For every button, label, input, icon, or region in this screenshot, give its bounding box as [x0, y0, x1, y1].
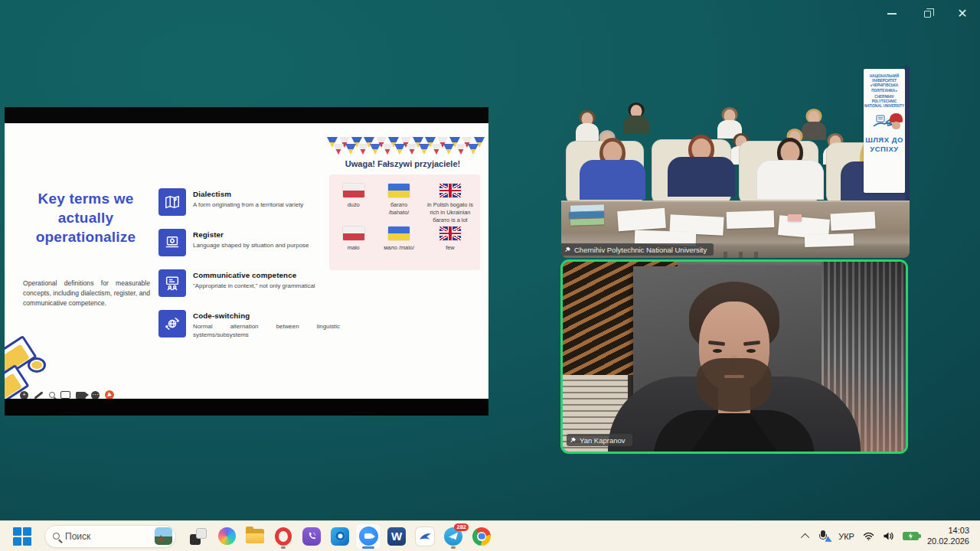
video-tile-yan-kapranov[interactable]: Yan Kapranov	[560, 259, 908, 454]
microphone-in-use-icon[interactable]	[818, 530, 830, 543]
term-desc: "Appropriate in context," not only gramm…	[193, 282, 340, 290]
task-view-button[interactable]	[185, 523, 211, 549]
ukraine-flag-icon	[388, 184, 410, 197]
uk-flag-icon	[439, 184, 461, 197]
viber-icon	[302, 527, 321, 546]
poland-flag-icon	[343, 227, 364, 240]
participant-red-hat	[890, 113, 903, 122]
frame-icon[interactable]	[60, 391, 70, 399]
term-code-switching: Code-switching Normal alternation betwee…	[158, 310, 342, 339]
zoom-button[interactable]	[355, 523, 381, 549]
slide-content: Key terms we actually operationalize Ope…	[5, 123, 488, 399]
poland-flag-icon	[343, 184, 364, 197]
pin-icon	[570, 437, 577, 444]
participant-name-label: Chernihiv Polytechnic National Universit…	[561, 243, 714, 256]
window-controls: ✕	[882, 6, 972, 21]
start-button[interactable]	[12, 527, 32, 546]
swallow-icon	[416, 527, 434, 546]
annotation-toolbar: + ⋯	[20, 390, 114, 399]
opera-icon	[275, 527, 292, 546]
copilot-button[interactable]	[214, 523, 240, 549]
opera-button[interactable]	[270, 523, 296, 549]
term-name: Register	[193, 230, 340, 239]
outlook-button[interactable]	[327, 523, 353, 549]
tray-date: 20.02.2026	[927, 536, 969, 547]
search-input[interactable]: Поиск	[44, 525, 176, 548]
device-gear-icon	[158, 229, 186, 256]
term-desc: Language shaped by situation and purpose	[193, 241, 340, 249]
banner-slogan: ШЛЯХ ДО УСПІХУ	[864, 135, 905, 154]
more-icon[interactable]: ⋯	[91, 391, 100, 399]
term-desc: Normal alternation between linguistic sy…	[193, 322, 340, 339]
file-explorer-button[interactable]	[242, 523, 268, 549]
telegram-icon: 282	[444, 527, 462, 546]
ff-cell-pl-malo: mało	[331, 225, 376, 268]
swallow-app-button[interactable]	[412, 523, 438, 549]
outlook-icon	[331, 527, 349, 546]
term-name: Code-switching	[193, 311, 340, 320]
video-tile-chernihiv[interactable]: НАЦІОНАЛЬНИЙ УНІВЕРСИТЕТ «ЧЕРНІГІВСЬКА П…	[561, 64, 910, 258]
ff-cell-ua-malo: мало /malo/	[376, 225, 421, 268]
close-button[interactable]: ✕	[952, 6, 972, 21]
volume-icon[interactable]	[883, 531, 894, 541]
term-communicative-competence: Communicative competence "Appropriate in…	[158, 269, 342, 290]
system-tray: УКР 14:03 20.02.2026	[803, 526, 972, 546]
university-banner: НАЦІОНАЛЬНИЙ УНІВЕРСИТЕТ «ЧЕРНІГІВСЬКА П…	[864, 69, 905, 193]
windows-taskbar: Поиск W	[0, 520, 980, 551]
cursor-icon[interactable]	[105, 390, 114, 399]
search-highlight-thumbnail[interactable]	[155, 527, 172, 545]
word-button[interactable]: W	[384, 523, 410, 549]
magnifier-icon[interactable]	[49, 392, 55, 398]
uk-flag-icon	[439, 227, 461, 240]
tray-time: 14:03	[927, 526, 969, 536]
slide-letterbox-top	[5, 107, 488, 123]
word-icon: W	[387, 527, 406, 546]
term-name: Communicative competence	[193, 271, 340, 279]
globe-arrows-icon	[158, 310, 186, 337]
false-friends-title: Uwaga! Fałszywi przyjaciele!	[325, 159, 481, 168]
pin-icon	[564, 246, 571, 253]
hidden-icons-chevron[interactable]	[801, 533, 809, 541]
file-explorer-icon	[246, 529, 264, 543]
garland-pennants-2	[333, 144, 479, 155]
term-name: Dialectism	[193, 190, 340, 198]
slide-title: Key terms we actually operationalize	[18, 189, 153, 246]
camera-icon[interactable]	[76, 392, 86, 399]
zoom-icon	[359, 527, 378, 546]
copilot-icon	[218, 527, 236, 545]
battery-icon[interactable]	[903, 532, 919, 540]
minimize-button[interactable]	[882, 6, 902, 21]
task-view-icon	[190, 528, 207, 545]
presentation-people-icon	[158, 269, 186, 297]
ff-cell-pl-duzo: dużo	[331, 182, 376, 225]
wifi-icon[interactable]	[863, 532, 874, 541]
term-dialectism: Dialectism A form originating from a ter…	[158, 188, 342, 209]
term-desc: A form originating from a territorial va…	[193, 201, 340, 209]
viber-button[interactable]	[299, 523, 325, 549]
term-register: Register Language shaped by situation an…	[158, 229, 342, 249]
slide-letterbox-bottom	[5, 399, 488, 416]
add-circle-icon[interactable]: +	[20, 391, 28, 399]
restore-button[interactable]	[917, 6, 937, 21]
map-icon	[158, 188, 186, 216]
ukraine-flag-icon	[388, 227, 410, 240]
chrome-icon	[472, 527, 491, 546]
telegram-button[interactable]: 282	[440, 523, 466, 549]
telegram-badge: 282	[454, 523, 469, 532]
ff-cell-ua-bahato: багато /bahato/	[376, 182, 421, 225]
pen-icon[interactable]	[34, 391, 43, 399]
shared-screen-slide[interactable]: Key terms we actually operationalize Ope…	[5, 107, 488, 416]
search-icon	[53, 533, 60, 540]
ff-cell-en-few: few	[422, 225, 479, 268]
slide-description: Operational definitions for measurable c…	[23, 279, 150, 308]
phone	[788, 214, 802, 221]
coin-icon	[28, 357, 46, 373]
speaker-portrait	[604, 268, 864, 452]
ff-cell-en-alot: in Polish bogato is rich in Ukrainian ба…	[422, 182, 479, 225]
false-friends-table: dużo багато /bahato/ in Polish bogato is…	[329, 174, 480, 270]
chrome-button[interactable]	[469, 523, 495, 549]
taskbar-apps: W 282	[185, 523, 495, 549]
participant-name-label: Yan Kapranov	[567, 434, 632, 446]
clock[interactable]: 14:03 20.02.2026	[927, 526, 969, 546]
language-indicator[interactable]: УКР	[838, 532, 854, 541]
